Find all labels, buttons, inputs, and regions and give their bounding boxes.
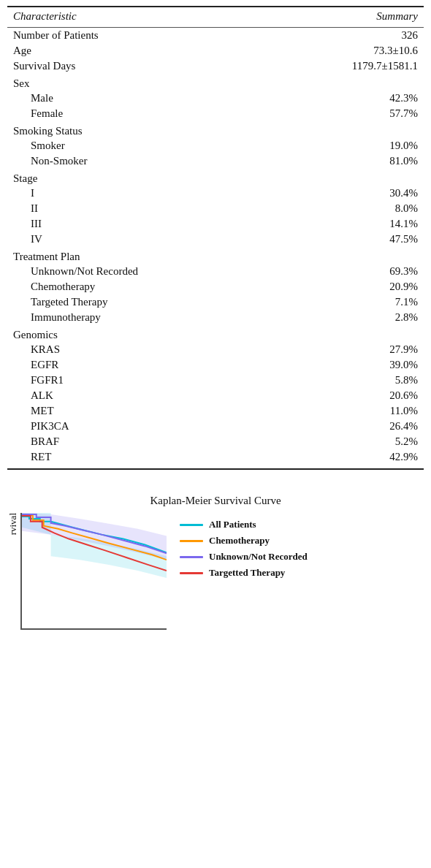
row-label: Sex (7, 74, 273, 91)
table-row: BRAF5.2% (7, 434, 424, 449)
row-value: 73.3±10.6 (273, 43, 424, 58)
km-section: Kaplan-Meier Survival Curve rvival 1.0 0… (0, 487, 431, 637)
legend-line-targeted (180, 572, 203, 574)
table-row: II8.0% (7, 201, 424, 216)
row-label: Female (7, 106, 273, 121)
row-label: Age (7, 43, 273, 58)
row-label: ALK (7, 388, 273, 403)
legend-line-all (180, 524, 203, 526)
row-label: IV (7, 232, 273, 247)
row-value: 7.1% (273, 294, 424, 310)
table-row: Immunotherapy2.8% (7, 310, 424, 325)
row-value: 11.0% (273, 403, 424, 419)
row-value: 26.4% (273, 419, 424, 434)
legend-label-unknown: Unknown/Not Recorded (209, 551, 308, 563)
row-value: 14.1% (273, 216, 424, 232)
km-yaxis-label: rvival (7, 513, 19, 549)
table-row: EGFR39.0% (7, 357, 424, 373)
km-plot-svg (22, 513, 167, 628)
legend-line-chemo (180, 540, 203, 542)
table-footer-rule (7, 465, 424, 469)
row-value (273, 169, 424, 186)
table-row: III14.1% (7, 216, 424, 232)
row-value (273, 247, 424, 264)
table-row: Age73.3±10.6 (7, 43, 424, 58)
table-row: Male42.3% (7, 91, 424, 106)
col-summary: Summary (273, 7, 424, 28)
row-label: II (7, 201, 273, 216)
legend-item-all: All Patients (180, 519, 308, 530)
table-row: MET11.0% (7, 403, 424, 419)
table-row: RET42.9% (7, 449, 424, 465)
table-row: Survival Days1179.7±1581.1 (7, 58, 424, 74)
row-value: 1179.7±1581.1 (273, 58, 424, 74)
row-value: 69.3% (273, 264, 424, 279)
table-row: KRAS27.9% (7, 342, 424, 357)
row-value: 2.8% (273, 310, 424, 325)
row-value: 5.2% (273, 434, 424, 449)
table-row: I30.4% (7, 186, 424, 201)
legend-label-chemo: Chemotherapy (209, 535, 270, 547)
table-row: IV47.5% (7, 232, 424, 247)
table-row: Targeted Therapy7.1% (7, 294, 424, 310)
characteristic-table: Characteristic Summary Number of Patient… (7, 6, 424, 470)
row-value: 8.0% (273, 201, 424, 216)
row-value: 47.5% (273, 232, 424, 247)
table-row: Sex (7, 74, 424, 91)
row-label: Chemotherapy (7, 279, 273, 294)
row-value: 81.0% (273, 153, 424, 169)
table-row: ALK20.6% (7, 388, 424, 403)
table-row: FGFR15.8% (7, 373, 424, 388)
row-value: 19.0% (273, 138, 424, 153)
table-row: Female57.7% (7, 106, 424, 121)
legend-line-unknown (180, 556, 203, 558)
row-value: 20.6% (273, 388, 424, 403)
row-label: Smoking Status (7, 121, 273, 138)
col-characteristic: Characteristic (7, 7, 273, 28)
row-value (273, 121, 424, 138)
row-label: PIK3CA (7, 419, 273, 434)
legend-item-chemo: Chemotherapy (180, 535, 308, 547)
table-row: Smoking Status (7, 121, 424, 138)
table-row: Treatment Plan (7, 247, 424, 264)
row-label: Smoker (7, 138, 273, 153)
row-value: 27.9% (273, 342, 424, 357)
row-label: Male (7, 91, 273, 106)
legend-item-unknown: Unknown/Not Recorded (180, 551, 308, 563)
row-label: Unknown/Not Recorded (7, 264, 273, 279)
table-row: Smoker19.0% (7, 138, 424, 153)
km-legend: All Patients Chemotherapy Unknown/Not Re… (180, 513, 308, 579)
row-value: 20.9% (273, 279, 424, 294)
row-label: I (7, 186, 273, 201)
km-container: rvival 1.0 0.8 Al (7, 513, 424, 630)
row-label: Survival Days (7, 58, 273, 74)
row-value: 57.7% (273, 106, 424, 121)
row-label: FGFR1 (7, 373, 273, 388)
row-label: Non-Smoker (7, 153, 273, 169)
table-row: Stage (7, 169, 424, 186)
table-row: Non-Smoker81.0% (7, 153, 424, 169)
legend-item-targeted: Targetted Therapy (180, 567, 308, 579)
row-label: RET (7, 449, 273, 465)
row-value (273, 325, 424, 342)
row-value (273, 74, 424, 91)
table-row: Chemotherapy20.9% (7, 279, 424, 294)
km-plot-area: 1.0 0.8 (20, 513, 167, 630)
row-label: Number of Patients (7, 28, 273, 44)
row-value: 5.8% (273, 373, 424, 388)
row-value: 39.0% (273, 357, 424, 373)
table-row: Number of Patients326 (7, 28, 424, 44)
row-label: MET (7, 403, 273, 419)
table-row: Genomics (7, 325, 424, 342)
row-label: III (7, 216, 273, 232)
table-header-row: Characteristic Summary (7, 7, 424, 28)
row-label: Stage (7, 169, 273, 186)
legend-label-all: All Patients (209, 519, 256, 530)
row-label: Immunotherapy (7, 310, 273, 325)
row-label: KRAS (7, 342, 273, 357)
row-value: 42.9% (273, 449, 424, 465)
row-label: BRAF (7, 434, 273, 449)
row-value: 42.3% (273, 91, 424, 106)
row-value: 326 (273, 28, 424, 44)
characteristic-table-section: Characteristic Summary Number of Patient… (0, 0, 431, 481)
